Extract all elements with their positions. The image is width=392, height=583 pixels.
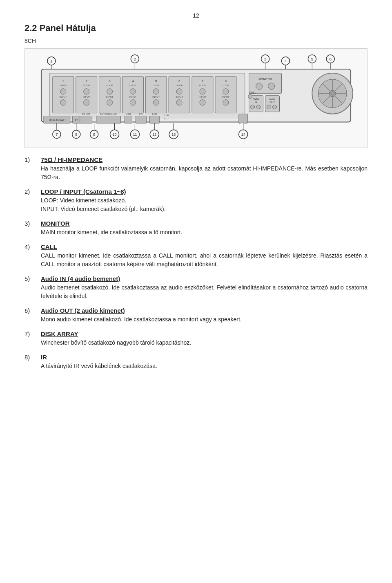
item-desc-8: A távirányító IR vevő kábelének csatlako…	[41, 362, 368, 370]
svg-text:7: 7	[56, 132, 58, 137]
svg-text:LOOP: LOOP	[176, 84, 183, 87]
item-number-2: 2)	[24, 188, 37, 195]
item-content-7: DISK ARRAYWinchester bővítő csatlakozó n…	[41, 330, 368, 347]
svg-point-55	[176, 100, 182, 105]
item-desc-4: CALL monitor kimenet. Ide csatlakoztassa…	[41, 251, 368, 269]
svg-rect-96	[80, 116, 92, 123]
item-title-4: CALL	[41, 243, 368, 250]
list-item: 4)CALLCALL monitor kimenet. Ide csatlako…	[24, 243, 368, 269]
svg-text:8: 8	[75, 132, 78, 137]
svg-text:INPUT: INPUT	[60, 96, 67, 98]
item-desc-5: Audio bemenet csatlakozó. Ide csatlakozt…	[41, 283, 368, 300]
svg-text:LOOP: LOOP	[83, 84, 90, 87]
svg-point-83	[248, 94, 252, 99]
items-container: 1)75Ω / HI-IMPEDANCEHa használja a LOOP …	[24, 156, 368, 370]
svg-text:INPUT: INPUT	[152, 96, 160, 98]
svg-point-49	[153, 100, 159, 105]
list-item: 3)MONITORMAIN monitor kimenet, ide csatl…	[24, 220, 368, 237]
list-item: 6)Audio OUT (2 audio kimenet)Mono audio …	[24, 307, 368, 324]
svg-point-53	[176, 89, 182, 94]
svg-text:INPUT: INPUT	[199, 96, 206, 98]
list-item: 5)Audio IN (4 audio bemenet)Audio bemene…	[24, 275, 368, 300]
svg-text:6: 6	[329, 57, 332, 61]
item-title-7: DISK ARRAY	[41, 330, 368, 337]
item-content-6: Audio OUT (2 audio kimenet)Mono audio ki…	[41, 307, 368, 324]
svg-point-67	[223, 100, 229, 105]
svg-text:INPUT: INPUT	[129, 96, 136, 98]
svg-text:LOOP: LOOP	[129, 84, 136, 87]
item-title-8: IR	[41, 354, 368, 361]
svg-text:DISK ARRAY: DISK ARRAY	[49, 119, 65, 121]
svg-text:CALL: CALL	[249, 91, 256, 94]
item-title-3: MONITOR	[41, 220, 368, 227]
svg-point-59	[200, 89, 205, 94]
item-content-3: MONITORMAIN monitor kimenet, ide csatlak…	[41, 220, 368, 237]
svg-text:2: 2	[134, 57, 136, 61]
item-desc-1: Ha használja a LOOP funkciót valamelyik …	[41, 164, 368, 182]
svg-text:9: 9	[93, 132, 96, 137]
svg-point-29	[84, 89, 89, 94]
svg-text:4: 4	[132, 79, 134, 83]
section-title: 2.2 Panel Hátulja	[24, 23, 368, 34]
svg-text:USB: USB	[126, 113, 131, 115]
svg-rect-68	[249, 73, 282, 94]
item-number-3: 3)	[24, 220, 37, 227]
item-title-1: 75Ω / HI-IMPEDANCE	[41, 156, 368, 163]
svg-point-41	[130, 89, 136, 94]
svg-point-37	[107, 100, 113, 105]
item-number-6: 6)	[24, 307, 37, 314]
svg-rect-102	[136, 116, 146, 123]
list-item: 7)DISK ARRAYWinchester bővítő csatlakozó…	[24, 330, 368, 347]
svg-text:14: 14	[241, 132, 245, 137]
svg-text:LOOP: LOOP	[199, 84, 206, 87]
svg-point-81	[273, 105, 277, 109]
svg-point-76	[256, 105, 261, 109]
svg-text:RS 422: RS 422	[82, 113, 91, 115]
svg-text:7: 7	[202, 79, 204, 83]
svg-text:10: 10	[113, 132, 117, 137]
item-number-5: 5)	[24, 275, 37, 282]
channel-label: 8CH	[24, 38, 368, 44]
svg-text:3: 3	[109, 79, 111, 83]
svg-point-35	[107, 89, 113, 94]
svg-text:LOOP: LOOP	[153, 84, 160, 87]
item-number-4: 4)	[24, 243, 37, 250]
svg-text:Audio: Audio	[269, 98, 276, 100]
panel-svg: 1 2 3 4 5 6 1 LOOP INPUT	[29, 53, 363, 142]
item-content-8: IRA távirányító IR vevő kábelének csatla…	[41, 354, 368, 370]
list-item: 1)75Ω / HI-IMPEDANCEHa használja a LOOP …	[24, 156, 368, 182]
svg-rect-104	[149, 116, 159, 123]
svg-text:11: 11	[133, 132, 137, 137]
svg-text:12: 12	[152, 132, 156, 137]
svg-rect-98	[96, 116, 121, 123]
item-title-6: Audio OUT (2 audio kimenet)	[41, 307, 368, 314]
svg-text:INPUT: INPUT	[176, 96, 183, 98]
svg-point-43	[130, 100, 136, 105]
item-number-8: 8)	[24, 354, 37, 361]
item-number-7: 7)	[24, 330, 37, 337]
svg-point-75	[251, 105, 255, 109]
svg-text:ACT.: ACT.	[164, 117, 169, 120]
svg-text:5: 5	[155, 79, 157, 83]
item-desc-3: MAIN monitor kimenet, ide csatlakoztassa…	[41, 228, 368, 237]
svg-text:INPUT: INPUT	[106, 96, 114, 98]
svg-text:LOOP: LOOP	[223, 84, 229, 87]
svg-point-90	[329, 90, 336, 97]
svg-text:IN: IN	[255, 101, 257, 103]
svg-text:LNK: LNK	[164, 114, 169, 117]
svg-text:1: 1	[50, 59, 53, 63]
page-number: 12	[24, 12, 368, 19]
panel-diagram: 1 2 3 4 5 6 1 LOOP INPUT	[24, 48, 368, 148]
svg-point-80	[267, 105, 271, 109]
svg-text:LOOP: LOOP	[106, 84, 113, 87]
svg-text:8: 8	[225, 79, 227, 83]
item-title-2: LOOP / INPUT (Csatorna 1~8)	[41, 188, 368, 195]
item-content-5: Audio IN (4 audio bemenet)Audio bemenet …	[41, 275, 368, 300]
list-item: 2)LOOP / INPUT (Csatorna 1~8)LOOP: Video…	[24, 188, 368, 213]
list-item: 8)IRA távirányító IR vevő kábelének csat…	[24, 354, 368, 370]
svg-text:OUT: OUT	[270, 101, 275, 103]
item-content-2: LOOP / INPUT (Csatorna 1~8)LOOP: Video k…	[41, 188, 368, 213]
svg-text:D/V: D/V	[139, 113, 143, 115]
svg-text:INPUT: INPUT	[222, 96, 229, 98]
item-content-1: 75Ω / HI-IMPEDANCEHa használja a LOOP fu…	[41, 156, 368, 182]
